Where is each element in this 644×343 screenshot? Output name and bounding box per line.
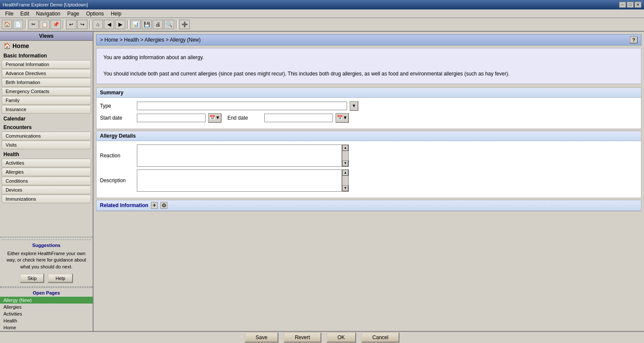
sidebar: Views 🏠 Home Basic Information Personal …: [0, 32, 94, 331]
start-date-input[interactable]: [137, 114, 206, 122]
toolbar-btn-add[interactable]: ➕: [179, 20, 190, 29]
type-row: Type ▼: [100, 101, 638, 111]
cancel-button[interactable]: Cancel: [361, 332, 399, 343]
section-basic-info: Basic Information: [0, 51, 93, 60]
nav-communications[interactable]: Communications: [2, 132, 91, 140]
toolbar-btn-8[interactable]: 🔍: [164, 20, 174, 29]
end-date-input[interactable]: [264, 114, 333, 122]
toolbar-btn-5[interactable]: 📊: [130, 20, 141, 29]
menu-edit[interactable]: Edit: [17, 10, 33, 18]
nav-activities[interactable]: Activities: [2, 159, 91, 167]
revert-button[interactable]: Revert: [284, 332, 321, 343]
calendar-icon: 📅▼: [209, 115, 220, 120]
toolbar-btn-undo[interactable]: ↩: [66, 20, 76, 29]
home-icon: 🏠: [3, 42, 11, 49]
toolbar-btn-forward[interactable]: ▶: [115, 20, 125, 29]
nav-advance-directives[interactable]: Advance Directives: [2, 69, 91, 78]
open-page-home[interactable]: Home: [0, 324, 93, 331]
related-info-collapse-button[interactable]: ⊙: [160, 202, 167, 209]
ok-button[interactable]: OK: [327, 332, 356, 343]
calendar-icon-2: 📅▼: [337, 115, 348, 120]
type-dropdown-button[interactable]: ▼: [350, 101, 358, 111]
nav-personal-information[interactable]: Personal Information: [2, 60, 91, 69]
menu-bar: File Edit Navigation Page Options Help: [0, 9, 644, 18]
nav-birth-information[interactable]: Birth Information: [2, 78, 91, 87]
save-button[interactable]: Save: [245, 332, 278, 343]
summary-content: Type ▼ Start date 📅▼ End date: [97, 98, 641, 129]
open-page-allergies[interactable]: Allergies: [0, 304, 93, 310]
description-row: Description ▲ ▼: [100, 169, 638, 192]
nav-insurance[interactable]: Insurance: [2, 105, 91, 114]
nav-immunizations[interactable]: Immunizations: [2, 195, 91, 203]
related-info-header: Related Information + ⊙: [97, 200, 641, 211]
toolbar-btn-2[interactable]: 📄: [13, 20, 23, 29]
minimize-button[interactable]: −: [619, 2, 626, 8]
menu-options[interactable]: Options: [83, 10, 107, 18]
title-bar: HealthFrame Explorer Demo [Uptodown] − □…: [0, 0, 644, 9]
open-page-activities[interactable]: Activities: [0, 310, 93, 317]
reaction-textarea[interactable]: [137, 144, 342, 167]
menu-help[interactable]: Help: [107, 10, 125, 18]
dropdown-icon: ▼: [352, 103, 356, 108]
sidebar-home[interactable]: 🏠 Home: [0, 41, 93, 51]
reaction-textarea-container: ▲ ▼: [137, 144, 349, 167]
toolbar-btn-redo[interactable]: ↪: [77, 20, 88, 29]
allergy-details-section: Allergy Details Reaction ▲ ▼: [96, 131, 641, 198]
toolbar-btn-paste[interactable]: 📌: [51, 20, 61, 29]
breadcrumb-path: > Home > Health > Allergies > Allergy (N…: [100, 37, 201, 43]
description-textarea[interactable]: [137, 169, 342, 192]
nav-visits[interactable]: Visits: [2, 141, 91, 149]
description-scroll-up[interactable]: ▲: [342, 170, 348, 176]
open-page-health[interactable]: Health: [0, 317, 93, 324]
description-scroll-down[interactable]: ▼: [342, 185, 348, 191]
open-page-allergy-new[interactable]: Allergy (New): [0, 297, 93, 304]
start-date-calendar-button[interactable]: 📅▼: [208, 113, 221, 123]
skip-button[interactable]: Skip: [20, 274, 44, 283]
date-row: Start date 📅▼ End date 📅▼: [100, 113, 638, 123]
info-line1: You are adding information about an alle…: [103, 54, 634, 62]
toolbar-btn-home[interactable]: ⌂: [93, 20, 103, 29]
reaction-scrollbar: ▲ ▼: [342, 144, 349, 167]
reaction-scroll-up[interactable]: ▲: [342, 145, 348, 151]
nav-allergies[interactable]: Allergies: [2, 168, 91, 176]
nav-conditions[interactable]: Conditions: [2, 177, 91, 185]
open-pages-header: Open Pages: [0, 289, 93, 297]
breadcrumb-bar: > Home > Health > Allergies > Allergy (N…: [96, 34, 641, 45]
related-info-add-button[interactable]: +: [151, 202, 158, 209]
description-scrollbar: ▲ ▼: [342, 169, 349, 192]
menu-file[interactable]: File: [2, 10, 17, 18]
sidebar-scroll[interactable]: 🏠 Home Basic Information Personal Inform…: [0, 41, 93, 237]
toolbar-btn-back[interactable]: ◀: [104, 20, 114, 29]
suggestions-buttons: Skip Help: [2, 272, 91, 285]
close-button[interactable]: ✕: [635, 2, 641, 8]
end-date-label: End date: [227, 115, 262, 121]
breadcrumb-help-button[interactable]: ?: [630, 36, 638, 43]
content-area: > Home > Health > Allergies > Allergy (N…: [94, 32, 644, 331]
nav-devices[interactable]: Devices: [2, 186, 91, 194]
help-button[interactable]: Help: [48, 274, 73, 283]
section-calendar: Calendar: [0, 114, 93, 123]
menu-navigation[interactable]: Navigation: [33, 10, 64, 18]
toolbar-btn-1[interactable]: 🏠: [2, 20, 12, 29]
related-info-section: Related Information + ⊙: [96, 200, 641, 211]
nav-emergency-contacts[interactable]: Emergency Contacts: [2, 87, 91, 96]
end-date-calendar-button[interactable]: 📅▼: [336, 113, 349, 123]
menu-page[interactable]: Page: [64, 10, 83, 18]
toolbar-btn-7[interactable]: 🖨: [153, 20, 163, 29]
reaction-row: Reaction ▲ ▼: [100, 144, 638, 167]
toolbar-btn-copy[interactable]: 📋: [39, 20, 50, 29]
action-bar: Save Revert OK Cancel: [0, 331, 644, 343]
toolbar-btn-6[interactable]: 💾: [142, 20, 152, 29]
window-controls: − □ ✕: [619, 2, 641, 8]
reaction-scroll-down[interactable]: ▼: [342, 160, 348, 166]
type-input[interactable]: [137, 102, 347, 110]
maximize-button[interactable]: □: [627, 2, 634, 8]
toolbar-sep-1: [25, 20, 27, 29]
section-encounters: Encounters: [0, 123, 93, 131]
description-label: Description: [100, 178, 134, 184]
home-label: Home: [12, 42, 29, 49]
section-health: Health: [0, 150, 93, 158]
nav-family[interactable]: Family: [2, 96, 91, 105]
toolbar-btn-cut[interactable]: ✂: [28, 20, 39, 29]
reaction-label: Reaction: [100, 153, 134, 159]
